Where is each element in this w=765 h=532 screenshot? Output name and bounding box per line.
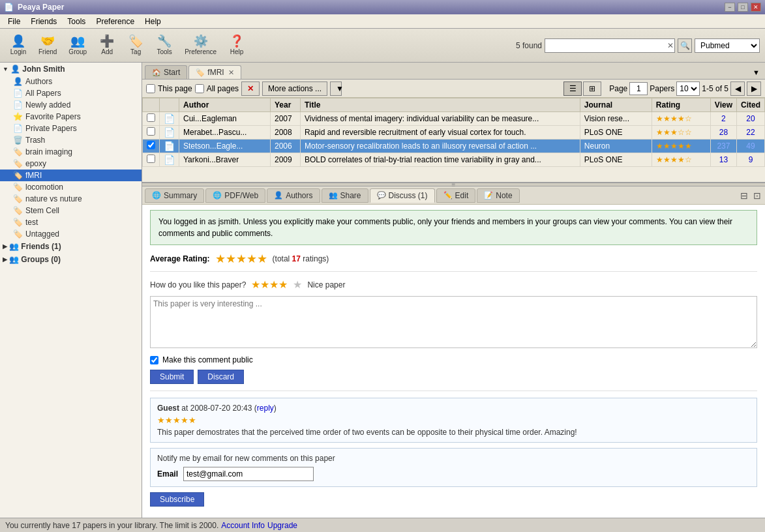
sidebar-friends-header[interactable]: ▶ 👥 Friends (1) bbox=[0, 240, 142, 253]
tab-summary[interactable]: 🌐 Summary bbox=[145, 188, 204, 203]
toolbar-help-button[interactable]: ❓ Help bbox=[224, 32, 250, 59]
toolbar-tag-button[interactable]: 🏷️ Tag bbox=[123, 32, 149, 59]
tab-authors[interactable]: 👤 Authors bbox=[267, 188, 320, 203]
tab-share[interactable]: 👥 Share bbox=[322, 188, 368, 203]
comment-textarea[interactable] bbox=[150, 296, 757, 348]
list-view-button[interactable]: ☰ bbox=[563, 81, 582, 96]
maximize-button[interactable]: □ bbox=[738, 3, 748, 12]
row3-check[interactable] bbox=[147, 141, 155, 149]
sidebar-item-private-papers[interactable]: 📄 Private Papers bbox=[0, 123, 142, 134]
sidebar-item-brain-imaging[interactable]: 🏷️ brain imaging bbox=[0, 146, 142, 158]
row1-pdf-icon[interactable]: 📄 bbox=[164, 113, 175, 124]
sidebar-item-test[interactable]: 🏷️ test bbox=[0, 216, 142, 228]
toolbar-login-button[interactable]: 👤 Login bbox=[5, 32, 31, 59]
sidebar-item-newly-added[interactable]: 📄 Newly added bbox=[0, 99, 142, 111]
tab-pdf-web[interactable]: 🌐 PDF/Web bbox=[205, 188, 265, 203]
sidebar-item-fmri[interactable]: 🏷️ fMRI bbox=[0, 170, 142, 181]
make-public-checkbox[interactable] bbox=[150, 356, 158, 364]
table-row[interactable]: 📄 Cui...Eagleman 2007 Vividness of menta… bbox=[143, 112, 765, 126]
col-header-title[interactable]: Title bbox=[301, 98, 580, 112]
sidebar-groups-header[interactable]: ▶ 👥 Groups (0) bbox=[0, 253, 142, 266]
tab-discuss[interactable]: 💬 Discuss (1) bbox=[370, 188, 435, 203]
submit-button[interactable]: Submit bbox=[150, 370, 194, 384]
this-page-checkbox[interactable] bbox=[146, 84, 155, 93]
user-rating-stars[interactable]: ★★★★ bbox=[251, 278, 288, 291]
col-header-cited[interactable]: Cited bbox=[737, 98, 765, 112]
toolbar-tools-button[interactable]: 🔧 Tools bbox=[151, 32, 177, 59]
row4-view-link[interactable]: 13 bbox=[719, 155, 728, 164]
comment-reply-link[interactable]: reply bbox=[257, 404, 274, 413]
sidebar-item-trash[interactable]: 🗑️ Trash bbox=[0, 134, 142, 146]
detach-panel-icon[interactable]: ⊡ bbox=[752, 189, 762, 202]
toolbar-add-button[interactable]: ➕ Add bbox=[94, 32, 120, 59]
menu-help[interactable]: Help bbox=[140, 16, 166, 27]
menu-tools[interactable]: Tools bbox=[62, 16, 91, 27]
subscribe-button[interactable]: Subscribe bbox=[150, 492, 204, 507]
all-pages-checkbox[interactable] bbox=[195, 84, 204, 93]
toolbar-friend-button[interactable]: 🤝 Friend bbox=[34, 32, 61, 59]
col-header-rating[interactable]: Rating bbox=[652, 98, 710, 112]
account-info-link[interactable]: Account Info bbox=[221, 521, 265, 530]
toolbar-group-button[interactable]: 👥 Group bbox=[64, 32, 91, 59]
pubmed-select[interactable]: Pubmed Google Scholar CrossRef bbox=[695, 38, 760, 53]
sidebar-user-header[interactable]: ▼ 👤 John Smith bbox=[0, 63, 142, 76]
sidebar-item-locomotion[interactable]: 🏷️ locomotion bbox=[0, 181, 142, 193]
sidebar-item-stem-cell[interactable]: 🏷️ Stem Cell bbox=[0, 205, 142, 216]
menu-file[interactable]: File bbox=[3, 16, 25, 27]
delete-button[interactable]: ✕ bbox=[241, 81, 260, 96]
col-header-year[interactable]: Year bbox=[271, 98, 301, 112]
tab-start[interactable]: 🏠 Start bbox=[145, 65, 187, 79]
notify-email-input[interactable] bbox=[183, 467, 314, 481]
sidebar-item-epoxy[interactable]: 🏷️ epoxy bbox=[0, 158, 142, 170]
grid-view-button[interactable]: ⊞ bbox=[583, 81, 601, 96]
row3-view-link[interactable]: 237 bbox=[717, 141, 730, 151]
col-header-author[interactable]: Author bbox=[179, 98, 271, 112]
sidebar-item-all-papers[interactable]: 📄 All Papers bbox=[0, 87, 142, 99]
tab-edit[interactable]: ✏️ Edit bbox=[436, 188, 476, 203]
search-clear-icon[interactable]: ✕ bbox=[667, 41, 674, 50]
upgrade-link[interactable]: Upgrade bbox=[267, 521, 297, 530]
row4-cited-link[interactable]: 9 bbox=[749, 155, 753, 164]
row2-cited-link[interactable]: 22 bbox=[746, 128, 755, 137]
table-row[interactable]: 📄 Stetson...Eagle... 2006 Motor-sensory … bbox=[143, 140, 765, 153]
col-header-journal[interactable]: Journal bbox=[580, 98, 652, 112]
row3-pdf-icon[interactable]: 📄 bbox=[164, 141, 175, 151]
more-actions-dropdown-button[interactable]: ▼ bbox=[330, 81, 342, 96]
col-header-pdf[interactable] bbox=[160, 98, 179, 112]
papers-per-page-select[interactable]: 10 5 20 50 bbox=[676, 81, 700, 96]
minimize-button[interactable]: − bbox=[725, 3, 735, 12]
user-rating-empty-star[interactable]: ★ bbox=[293, 278, 302, 291]
toolbar-preference-button[interactable]: ⚙️ Preference bbox=[180, 32, 221, 59]
discard-button[interactable]: Discard bbox=[198, 370, 244, 384]
sidebar-item-nature-vs-nuture[interactable]: 🏷️ nature vs nuture bbox=[0, 193, 142, 205]
col-header-check[interactable] bbox=[143, 98, 160, 112]
expand-panel-icon[interactable]: ⊟ bbox=[739, 189, 749, 202]
close-button[interactable]: ✕ bbox=[751, 3, 761, 12]
col-header-view[interactable]: View bbox=[710, 98, 736, 112]
table-row[interactable]: 📄 Yarkoni...Braver 2009 BOLD correlates … bbox=[143, 153, 765, 167]
fmri-tab-close-icon[interactable]: ✕ bbox=[228, 68, 234, 77]
row2-pdf-icon[interactable]: 📄 bbox=[164, 127, 175, 138]
menu-friends[interactable]: Friends bbox=[25, 16, 62, 27]
row1-cited-link[interactable]: 20 bbox=[746, 114, 755, 123]
sidebar-item-untagged[interactable]: 🏷️ Untagged bbox=[0, 228, 142, 240]
prev-page-button[interactable]: ◀ bbox=[730, 81, 745, 96]
row1-check[interactable] bbox=[147, 113, 155, 122]
table-row[interactable]: 📄 Merabet...Pascu... 2008 Rapid and reve… bbox=[143, 126, 765, 140]
next-page-button[interactable]: ▶ bbox=[747, 81, 761, 96]
more-actions-button[interactable]: More actions ... bbox=[262, 81, 327, 96]
row2-check[interactable] bbox=[147, 127, 155, 136]
tab-fmri[interactable]: 🏷️ fMRI ✕ bbox=[188, 65, 241, 79]
sidebar-item-authors[interactable]: 👤 Authors bbox=[0, 76, 142, 87]
row2-view-link[interactable]: 28 bbox=[719, 128, 728, 137]
search-go-button[interactable]: 🔍 bbox=[678, 38, 692, 53]
row1-view-link[interactable]: 2 bbox=[721, 114, 726, 123]
row4-check[interactable] bbox=[147, 155, 155, 163]
menu-preference[interactable]: Preference bbox=[91, 16, 140, 27]
tab-note[interactable]: 📝 Note bbox=[477, 188, 519, 203]
search-input[interactable] bbox=[545, 38, 675, 53]
page-input[interactable] bbox=[629, 82, 648, 95]
tab-dropdown-button[interactable]: ▼ bbox=[750, 66, 762, 79]
row3-cited-link[interactable]: 49 bbox=[746, 141, 755, 151]
sidebar-item-favorite-papers[interactable]: ⭐ Favorite Papers bbox=[0, 111, 142, 123]
